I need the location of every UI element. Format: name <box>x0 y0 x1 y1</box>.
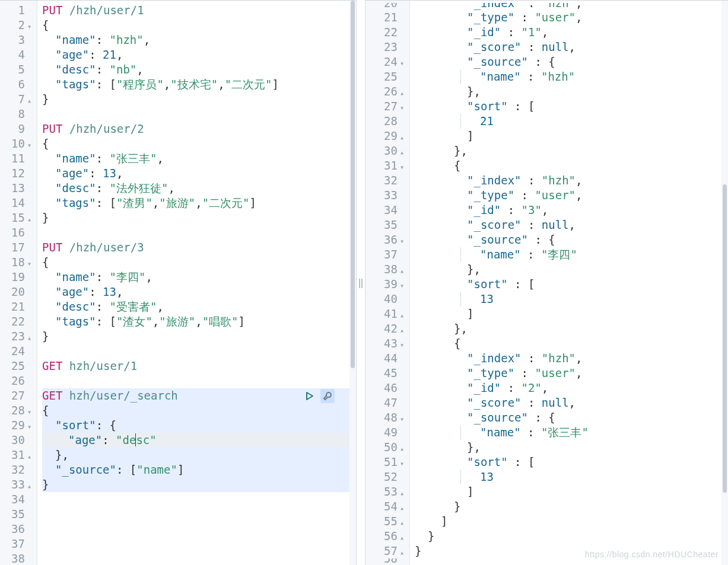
code-line[interactable]: "age": 21, <box>42 47 356 62</box>
gutter-line[interactable]: 25 <box>371 69 406 84</box>
gutter-line[interactable]: 1 <box>6 3 33 18</box>
gutter-line[interactable]: 44 <box>371 351 406 366</box>
code-line[interactable] <box>42 225 356 240</box>
gutter-line[interactable]: 27 <box>6 388 33 403</box>
gutter-line[interactable]: 26▴ <box>371 84 406 99</box>
code-line[interactable]: "_id" : "2", <box>415 381 728 395</box>
play-icon[interactable] <box>304 390 316 402</box>
code-line[interactable]: GET hzh/user/1 <box>42 359 356 374</box>
code-line[interactable]: "desc": "受害者", <box>42 299 356 314</box>
gutter-line[interactable]: 37 <box>371 247 406 262</box>
gutter-line[interactable]: 41▴ <box>371 307 406 321</box>
code-line[interactable]: } <box>415 529 728 544</box>
gutter-line[interactable]: 32 <box>6 462 33 477</box>
gutter-line[interactable]: 11 <box>6 151 33 166</box>
code-line[interactable] <box>42 551 356 565</box>
code-line[interactable]: 13 <box>415 470 728 484</box>
code-line[interactable] <box>42 507 356 522</box>
code-line[interactable]: "desc": "nb", <box>42 62 356 77</box>
code-line[interactable]: } <box>415 499 728 514</box>
code-line[interactable]: { <box>42 403 356 418</box>
code-line[interactable]: "name" : "李四" <box>415 247 728 262</box>
code-line[interactable]: 13 <box>415 292 728 307</box>
gutter-line[interactable]: 20 <box>371 3 406 10</box>
code-line[interactable]: "sort" : [ <box>415 455 728 470</box>
gutter-line[interactable]: 36▾ <box>371 232 406 247</box>
gutter-line[interactable]: 35 <box>371 218 406 232</box>
code-line[interactable]: { <box>42 255 356 270</box>
code-line[interactable]: "_type" : "user", <box>415 366 728 381</box>
code-line[interactable] <box>42 522 356 537</box>
code-line[interactable]: "_score" : null, <box>415 40 728 55</box>
gutter-line[interactable]: 27▾ <box>371 99 406 114</box>
code-line[interactable]: { <box>415 336 728 351</box>
code-line[interactable]: "_index" : "hzh", <box>415 351 728 366</box>
gutter-line[interactable]: 42▴ <box>371 321 406 336</box>
code-line[interactable]: "tags": ["渣男","旅游","二次元"] <box>42 196 356 210</box>
code-line[interactable]: "_index" : "hzh", <box>415 3 728 10</box>
code-line[interactable]: }, <box>415 262 728 277</box>
gutter-line[interactable]: 49 <box>371 425 406 440</box>
gutter-line[interactable]: 5 <box>6 62 33 77</box>
gutter-line[interactable]: 57▴ <box>371 544 406 558</box>
code-line[interactable] <box>42 537 356 551</box>
gutter-line[interactable]: 24 <box>6 344 33 359</box>
line-gutter-left[interactable]: 12▾34567▴8910▾1112131415▴161718▾19202122… <box>0 1 37 565</box>
code-line[interactable]: { <box>42 136 356 151</box>
code-line[interactable]: "_id" : "1", <box>415 25 728 40</box>
gutter-line[interactable]: 28 <box>371 114 406 129</box>
code-line[interactable]: "_index" : "hzh", <box>415 173 728 188</box>
code-line[interactable]: ] <box>415 514 728 529</box>
gutter-line[interactable]: 14 <box>6 196 33 210</box>
gutter-line[interactable]: 18▾ <box>6 255 33 270</box>
gutter-line[interactable]: 23 <box>371 40 406 55</box>
code-line[interactable] <box>42 374 356 388</box>
gutter-line[interactable]: 38▴ <box>371 262 406 277</box>
code-line[interactable]: "_type" : "user", <box>415 10 728 25</box>
gutter-line[interactable]: 38 <box>6 551 33 565</box>
gutter-line[interactable]: 39▾ <box>371 277 406 292</box>
gutter-line[interactable]: 21 <box>371 10 406 25</box>
code-line[interactable]: }, <box>415 321 728 336</box>
code-line[interactable]: } <box>42 210 356 225</box>
code-line[interactable]: "age": "desc" <box>42 433 356 448</box>
gutter-line[interactable]: 20 <box>6 285 33 299</box>
gutter-line[interactable]: 15▴ <box>6 210 33 225</box>
gutter-line[interactable]: 26 <box>6 374 33 388</box>
gutter-line[interactable]: 17 <box>6 240 33 255</box>
code-line[interactable]: "_source" : { <box>415 55 728 69</box>
code-line[interactable]: } <box>42 329 356 344</box>
gutter-line[interactable]: 3 <box>6 33 33 47</box>
code-line[interactable]: "_type" : "user", <box>415 188 728 203</box>
code-line[interactable]: "age": 13, <box>42 166 356 181</box>
gutter-line[interactable]: 34 <box>371 203 406 218</box>
gutter-line[interactable]: 9 <box>6 122 33 136</box>
code-line[interactable]: }, <box>42 448 356 462</box>
gutter-line[interactable]: 22 <box>371 25 406 40</box>
gutter-line[interactable]: 4 <box>6 47 33 62</box>
gutter-line[interactable]: 22 <box>6 314 33 329</box>
gutter-line[interactable]: 23▴ <box>6 329 33 344</box>
code-line[interactable]: "_id" : "3", <box>415 203 728 218</box>
code-line[interactable] <box>42 492 356 507</box>
code-line[interactable]: { <box>42 18 356 33</box>
wrench-button[interactable] <box>320 389 335 403</box>
code-line[interactable]: }, <box>415 143 728 158</box>
gutter-line[interactable]: 24▾ <box>371 55 406 69</box>
code-line[interactable]: "sort": { <box>42 418 356 433</box>
gutter-line[interactable]: 47 <box>371 395 406 410</box>
code-line[interactable]: "name" : "张三丰" <box>415 425 728 440</box>
gutter-line[interactable]: 40 <box>371 292 406 307</box>
gutter-line[interactable]: 35 <box>6 507 33 522</box>
code-line[interactable]: }, <box>415 440 728 455</box>
gutter-line[interactable]: 43▾ <box>371 336 406 351</box>
gutter-line[interactable]: 37 <box>6 537 33 551</box>
code-line[interactable]: "desc": "法外狂徒", <box>42 181 356 196</box>
gutter-line[interactable]: 16 <box>6 225 33 240</box>
line-gutter-right[interactable]: 2021222324▾2526▴27▾2829▴30▴31▾3233343536… <box>365 1 410 565</box>
gutter-line[interactable]: 25 <box>6 359 33 374</box>
gutter-line[interactable]: 36 <box>6 522 33 537</box>
gutter-line[interactable]: 52 <box>371 470 406 484</box>
code-line[interactable]: PUT /hzh/user/1 <box>42 3 356 18</box>
code-line[interactable]: "_score" : null, <box>415 218 728 232</box>
